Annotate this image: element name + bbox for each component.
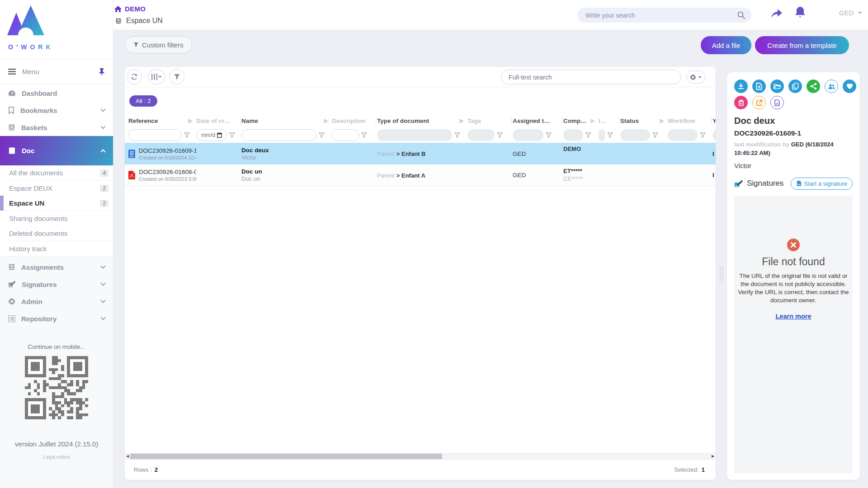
submenu-item-history-track[interactable]: History track — [0, 241, 113, 256]
column-header-workflow[interactable]: Workflow — [668, 114, 712, 127]
filter-y-input[interactable] — [712, 129, 716, 141]
submenu-item-all-documents[interactable]: All the documents 4 — [0, 165, 113, 180]
add-file-button[interactable]: Add a file — [701, 36, 751, 54]
horizontal-scrollbar[interactable]: ◀ ▶ — [125, 453, 716, 460]
share-document-button[interactable] — [807, 80, 820, 93]
open-folder-button[interactable] — [770, 80, 784, 93]
filter-funnel-icon[interactable] — [652, 132, 658, 138]
submenu-item-espace-deux[interactable]: Espace DEUX 2 — [0, 181, 113, 196]
column-header-status[interactable]: Status▶ — [620, 114, 668, 127]
pin-icon[interactable] — [99, 68, 105, 75]
filter-description-input[interactable] — [332, 129, 359, 141]
column-header-tags[interactable]: Tags — [467, 114, 513, 127]
filter-name-input[interactable] — [241, 129, 316, 141]
filter-funnel-icon[interactable] — [546, 132, 552, 138]
filter-company-input[interactable] — [563, 129, 583, 141]
submenu-item-espace-un[interactable]: Espace UN 2 — [0, 196, 113, 211]
filter-funnel-icon[interactable] — [700, 132, 706, 138]
column-header-description[interactable]: Description — [332, 114, 377, 127]
scroll-left-arrow[interactable]: ◀ — [125, 454, 130, 459]
file-error-title: File not found — [762, 256, 825, 268]
user-menu[interactable]: GED — [839, 9, 862, 17]
learn-more-link[interactable]: Learn more — [776, 313, 811, 320]
filter-funnel-icon[interactable] — [319, 132, 325, 138]
column-header-y[interactable]: Y — [712, 114, 716, 127]
fulltext-search-input[interactable] — [509, 74, 673, 81]
sidebar-item-doc[interactable]: Doc — [0, 136, 113, 165]
app-root: O'WORK Menu Dashboard Bookmarks — [0, 0, 868, 488]
filter-funnel-icon[interactable] — [229, 132, 235, 138]
document-properties-button[interactable] — [770, 96, 784, 109]
filter-assigned-input[interactable] — [513, 129, 543, 141]
row-y: I — [712, 172, 716, 178]
column-header-reference[interactable]: Reference▶ — [128, 114, 196, 127]
filter-type-input[interactable] — [377, 129, 452, 141]
gear-icon — [690, 74, 696, 80]
chevron-down-icon — [100, 315, 105, 320]
notifications-button[interactable] — [794, 6, 806, 20]
filter-funnel-icon[interactable] — [607, 132, 613, 138]
columns-button[interactable] — [148, 69, 165, 84]
sort-arrow-icon: ▶ — [460, 117, 464, 124]
column-header-date[interactable]: Date of cr… — [196, 114, 241, 127]
submenu-item-sharing-documents[interactable]: Sharing documents — [0, 211, 113, 226]
app-logo[interactable]: O'WORK — [0, 0, 113, 59]
custom-filters-button[interactable]: Custom filters — [125, 36, 192, 53]
duplicate-button[interactable] — [788, 80, 802, 93]
table-row[interactable]: EW DOC230926-01609-1 Created on 6/18/202… — [125, 143, 716, 164]
refresh-button[interactable] — [127, 69, 142, 84]
share-button[interactable] — [770, 7, 783, 20]
submenu-item-deleted-documents[interactable]: Deleted documents — [0, 226, 113, 241]
sort-arrow-icon: ▶ — [660, 117, 664, 124]
scrollbar-thumb[interactable] — [130, 454, 442, 459]
search-icon[interactable] — [737, 11, 745, 19]
filter-y — [712, 129, 716, 141]
legal-notice-link[interactable]: Legal notice — [0, 454, 113, 460]
column-header-assigned[interactable]: Assigned t… — [513, 114, 563, 127]
table-row[interactable]: DOC230926-01608-0 Created on 9/26/2023 3… — [125, 164, 716, 186]
table-header-row: Reference▶ Date of cr… Name▶ Description… — [125, 114, 716, 127]
table-settings-button[interactable] — [686, 70, 705, 84]
scroll-right-arrow[interactable]: ▶ — [710, 454, 716, 459]
column-header-name[interactable]: Name▶ — [241, 114, 332, 127]
sidebar-menu-toggle[interactable]: Menu — [0, 59, 113, 84]
filter-workflow-input[interactable] — [668, 129, 698, 141]
column-header-company[interactable]: Comp…▶ — [563, 114, 599, 127]
open-external-button[interactable] — [752, 96, 766, 109]
favorite-button[interactable] — [843, 80, 856, 93]
sidebar-item-admin[interactable]: Admin — [0, 293, 113, 310]
sidebar-item-baskets[interactable]: Baskets — [0, 119, 113, 136]
panel-resize-handle[interactable] — [719, 267, 724, 284]
filter-date-input[interactable]: mm/d — [196, 129, 227, 141]
chevron-down-icon — [858, 12, 862, 14]
filter-i-input[interactable] — [599, 129, 605, 141]
filter-funnel-icon[interactable] — [184, 132, 190, 138]
column-header-type[interactable]: Type of document▶ — [377, 114, 467, 127]
filter-tags-input[interactable] — [467, 129, 495, 141]
column-header-i[interactable]: I… — [599, 114, 620, 127]
filter-status-input[interactable] — [620, 129, 650, 141]
breadcrumb-space[interactable]: Espace UN — [115, 17, 163, 25]
filter-funnel-icon[interactable] — [585, 132, 591, 138]
filter-funnel-icon[interactable] — [497, 132, 503, 138]
start-signature-button[interactable]: Start a signature — [791, 178, 853, 190]
manage-users-button[interactable] — [825, 80, 838, 93]
breadcrumb-home[interactable]: DEMO — [114, 5, 146, 13]
download-button[interactable] — [734, 80, 748, 93]
create-from-template-button[interactable]: Create from a template — [755, 36, 849, 54]
upload-version-button[interactable] — [752, 80, 766, 93]
sidebar-item-signatures[interactable]: Signatures — [0, 276, 113, 293]
filters-button[interactable] — [169, 69, 184, 84]
sidebar-item-assignments[interactable]: Assignments — [0, 258, 113, 276]
sidebar-item-repository[interactable]: Repository — [0, 310, 113, 327]
filter-funnel-icon[interactable] — [361, 132, 367, 138]
filter-funnel-icon[interactable] — [454, 132, 460, 138]
tab-all-documents[interactable]: All : 2 — [129, 95, 157, 107]
sidebar-item-bookmarks[interactable]: Bookmarks — [0, 102, 113, 119]
sort-arrow-icon: ▶ — [591, 117, 595, 124]
row-company: ET***** CE***** — [563, 168, 599, 183]
delete-button[interactable] — [734, 96, 748, 109]
sidebar-item-dashboard[interactable]: Dashboard — [0, 84, 113, 102]
global-search-input[interactable] — [585, 12, 737, 19]
filter-reference-input[interactable] — [128, 129, 182, 141]
